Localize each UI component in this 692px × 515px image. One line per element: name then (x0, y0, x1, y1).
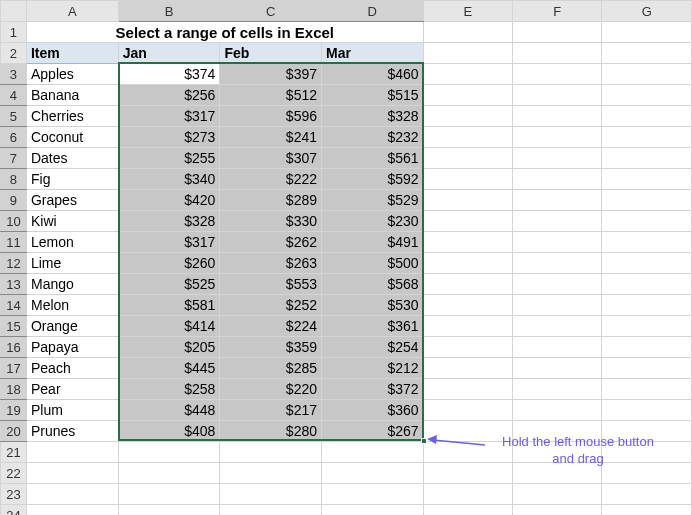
cell[interactable] (513, 85, 602, 106)
cell-jan[interactable]: $340 (118, 169, 220, 190)
cell[interactable] (602, 232, 692, 253)
cell[interactable] (220, 463, 322, 484)
cell-mar[interactable]: $460 (322, 64, 424, 85)
cell-item[interactable]: Cherries (26, 106, 118, 127)
cell[interactable] (423, 379, 512, 400)
cell[interactable] (423, 484, 512, 505)
col-header-d[interactable]: D (322, 1, 424, 22)
header-item[interactable]: Item (26, 43, 118, 64)
cell-mar[interactable]: $230 (322, 211, 424, 232)
cell[interactable] (602, 484, 692, 505)
cell-item[interactable]: Mango (26, 274, 118, 295)
cell[interactable] (602, 358, 692, 379)
cell[interactable] (513, 295, 602, 316)
cell[interactable] (423, 358, 512, 379)
cell-feb[interactable]: $307 (220, 148, 322, 169)
cell[interactable] (423, 232, 512, 253)
cell[interactable] (602, 127, 692, 148)
cell-item[interactable]: Grapes (26, 190, 118, 211)
row-header-14[interactable]: 14 (1, 295, 27, 316)
cell[interactable] (513, 43, 602, 64)
row-header-1[interactable]: 1 (1, 22, 27, 43)
cell-jan[interactable]: $205 (118, 337, 220, 358)
cell-item[interactable]: Kiwi (26, 211, 118, 232)
col-header-b[interactable]: B (118, 1, 220, 22)
cell-jan[interactable]: $448 (118, 400, 220, 421)
cell-item[interactable]: Fig (26, 169, 118, 190)
row-header-24[interactable]: 24 (1, 505, 27, 516)
cell-jan[interactable]: $256 (118, 85, 220, 106)
header-jan[interactable]: Jan (118, 43, 220, 64)
cell-feb[interactable]: $553 (220, 274, 322, 295)
cell-mar[interactable]: $515 (322, 85, 424, 106)
cell[interactable] (602, 169, 692, 190)
cell-feb[interactable]: $280 (220, 421, 322, 442)
cell[interactable] (602, 190, 692, 211)
cell[interactable] (513, 358, 602, 379)
cell[interactable] (423, 274, 512, 295)
cell[interactable] (513, 106, 602, 127)
cell-feb[interactable]: $359 (220, 337, 322, 358)
cell-jan[interactable]: $317 (118, 106, 220, 127)
row-header-21[interactable]: 21 (1, 442, 27, 463)
cell-jan[interactable]: $525 (118, 274, 220, 295)
cell-item[interactable]: Apples (26, 64, 118, 85)
cell[interactable] (513, 190, 602, 211)
cell-mar[interactable]: $491 (322, 232, 424, 253)
cell[interactable] (602, 43, 692, 64)
cell-mar[interactable]: $592 (322, 169, 424, 190)
cell[interactable] (220, 442, 322, 463)
cell-item[interactable]: Dates (26, 148, 118, 169)
cell-feb[interactable]: $241 (220, 127, 322, 148)
cell-mar[interactable]: $328 (322, 106, 424, 127)
cell[interactable] (602, 85, 692, 106)
cell-item[interactable]: Pear (26, 379, 118, 400)
cell[interactable] (322, 442, 424, 463)
cell-item[interactable]: Lemon (26, 232, 118, 253)
cell-item[interactable]: Coconut (26, 127, 118, 148)
row-header-20[interactable]: 20 (1, 421, 27, 442)
row-header-3[interactable]: 3 (1, 64, 27, 85)
row-header-23[interactable]: 23 (1, 484, 27, 505)
cell[interactable] (26, 442, 118, 463)
cell[interactable] (423, 169, 512, 190)
row-header-4[interactable]: 4 (1, 85, 27, 106)
cell[interactable] (513, 211, 602, 232)
cell[interactable] (602, 253, 692, 274)
cell[interactable] (118, 442, 220, 463)
cell[interactable] (513, 400, 602, 421)
row-header-12[interactable]: 12 (1, 253, 27, 274)
cell-item[interactable]: Prunes (26, 421, 118, 442)
cell[interactable] (423, 127, 512, 148)
cell[interactable] (602, 400, 692, 421)
cell-mar[interactable]: $232 (322, 127, 424, 148)
cell[interactable] (602, 316, 692, 337)
cell-item[interactable]: Papaya (26, 337, 118, 358)
row-header-11[interactable]: 11 (1, 232, 27, 253)
cell-jan[interactable]: $328 (118, 211, 220, 232)
cell-feb[interactable]: $397 (220, 64, 322, 85)
header-feb[interactable]: Feb (220, 43, 322, 64)
cell[interactable] (513, 169, 602, 190)
cell[interactable] (423, 106, 512, 127)
row-header-2[interactable]: 2 (1, 43, 27, 64)
cell[interactable] (26, 484, 118, 505)
cell[interactable] (423, 211, 512, 232)
cell-feb[interactable]: $330 (220, 211, 322, 232)
cell[interactable] (423, 295, 512, 316)
cell-mar[interactable]: $530 (322, 295, 424, 316)
cell-feb[interactable]: $224 (220, 316, 322, 337)
cell[interactable] (26, 463, 118, 484)
cell-jan[interactable]: $581 (118, 295, 220, 316)
col-header-c[interactable]: C (220, 1, 322, 22)
cell[interactable] (423, 85, 512, 106)
cell-feb[interactable]: $263 (220, 253, 322, 274)
cell[interactable] (513, 505, 602, 516)
row-header-22[interactable]: 22 (1, 463, 27, 484)
cell-jan[interactable]: $420 (118, 190, 220, 211)
cell-mar[interactable]: $212 (322, 358, 424, 379)
cell[interactable] (602, 211, 692, 232)
cell[interactable] (513, 148, 602, 169)
cell-jan[interactable]: $255 (118, 148, 220, 169)
cell-jan[interactable]: $258 (118, 379, 220, 400)
